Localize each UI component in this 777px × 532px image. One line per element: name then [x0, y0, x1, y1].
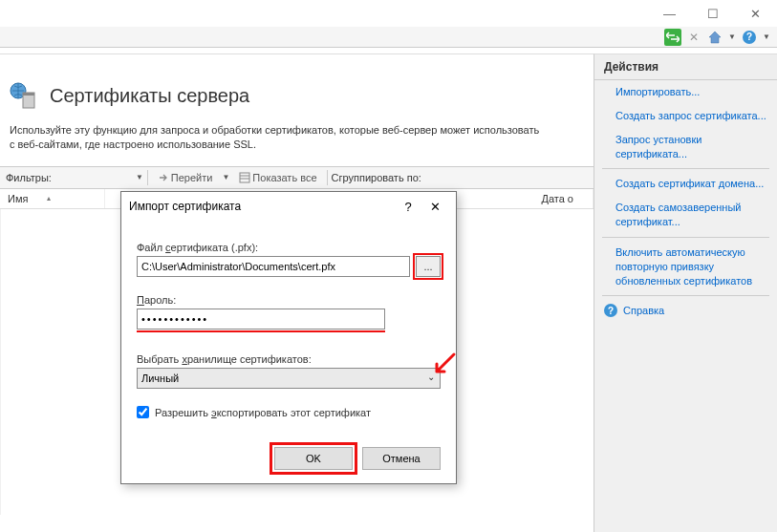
file-path-input[interactable]: [137, 256, 410, 277]
group-by-label: Сгруппировать по:: [332, 172, 421, 183]
help-icon[interactable]: ?: [741, 29, 758, 46]
home-dropdown-icon[interactable]: ▼: [727, 29, 737, 46]
certificates-icon: [10, 81, 38, 110]
browse-button[interactable]: ...: [416, 256, 441, 277]
filter-input[interactable]: [55, 172, 132, 183]
action-self-signed[interactable]: Создать самозаверенный сертификат...: [594, 196, 777, 234]
action-create-request[interactable]: Создать запрос сертификата...: [594, 104, 777, 128]
help-dropdown-icon[interactable]: ▼: [762, 29, 771, 46]
filter-go-button[interactable]: Перейти: [152, 171, 219, 184]
allow-export-checkbox[interactable]: [137, 406, 149, 418]
filter-label: Фильтры:: [6, 172, 52, 183]
go-arrow-icon: [158, 172, 169, 183]
show-all-icon: [239, 172, 250, 183]
store-label: Выбрать хранилище сертификатов:: [137, 353, 441, 365]
stop-icon[interactable]: ✕: [685, 29, 702, 46]
dialog-titlebar: Импорт сертификата ? ✕: [121, 192, 456, 221]
cancel-button[interactable]: Отмена: [362, 447, 441, 470]
refresh-icon[interactable]: [664, 29, 681, 46]
go-dropdown-icon[interactable]: ▼: [222, 173, 229, 181]
attention-arrow-icon: [429, 351, 458, 379]
toolbar: ✕ ▼ ? ▼: [0, 27, 777, 48]
minimize-button[interactable]: —: [648, 0, 691, 27]
action-domain-cert[interactable]: Создать сертификат домена...: [594, 172, 777, 196]
maximize-button[interactable]: ☐: [691, 0, 734, 27]
action-import[interactable]: Импортировать...: [594, 80, 777, 104]
action-install-request[interactable]: Запрос установки сертификата...: [594, 128, 777, 166]
svg-rect-3: [240, 173, 249, 182]
page-title: Сертификаты сервера: [50, 85, 249, 107]
dialog-close-button[interactable]: ✕: [421, 200, 448, 214]
column-name[interactable]: Имя ▴: [0, 189, 105, 208]
password-label: Пароль:: [137, 294, 441, 306]
allow-export-label: Разрешить экспортировать этот сертификат: [155, 407, 371, 418]
action-help[interactable]: ? Справка: [594, 299, 777, 322]
action-auto-rebind[interactable]: Включить автоматическую повторную привяз…: [594, 241, 777, 293]
import-certificate-dialog: Импорт сертификата ? ✕ Файл сертификата …: [120, 191, 457, 484]
home-icon[interactable]: [706, 29, 723, 46]
file-label: Файл сертификата (.pfx):: [137, 242, 441, 253]
sort-indicator-icon: ▴: [47, 194, 51, 202]
actions-panel: Действия Импортировать... Создать запрос…: [594, 53, 777, 532]
dialog-help-button[interactable]: ?: [395, 200, 421, 214]
store-select[interactable]: [137, 368, 441, 389]
page-description: Используйте эту функцию для запроса и об…: [0, 123, 554, 166]
dialog-title: Импорт сертификата: [129, 200, 395, 213]
page-header: Сертификаты сервера: [0, 54, 594, 123]
actions-title: Действия: [594, 54, 777, 80]
filter-bar: Фильтры: ▼ Перейти ▼ Показать все Сгрупп…: [0, 166, 594, 189]
password-input[interactable]: [137, 309, 385, 330]
svg-rect-2: [23, 93, 34, 96]
column-date[interactable]: Дата о: [533, 189, 594, 208]
show-all-button[interactable]: Показать все: [233, 171, 322, 184]
filter-dropdown-icon[interactable]: ▼: [136, 173, 143, 181]
help-circle-icon: ?: [604, 304, 617, 317]
ok-button[interactable]: OK: [274, 447, 353, 470]
close-window-button[interactable]: ✕: [734, 0, 777, 27]
